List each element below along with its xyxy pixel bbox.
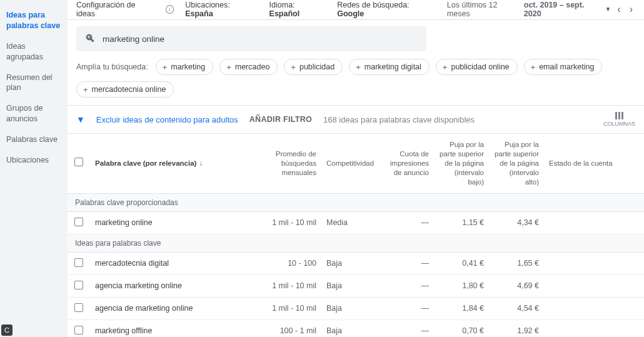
- sidebar-item-plan-overview[interactable]: Resumen del plan: [0, 68, 68, 99]
- cell-competition: Baja: [321, 297, 379, 319]
- col-bid-low[interactable]: Puja por la parte superior de la página …: [434, 134, 489, 193]
- cell-competition: Baja: [321, 319, 379, 337]
- broaden-chip[interactable]: +mercadeo: [219, 59, 278, 75]
- cell-bid-high: 4,34 €: [489, 211, 544, 234]
- cell-share: —: [379, 252, 434, 274]
- language-group[interactable]: Idioma: Español: [269, 1, 326, 18]
- exclude-adult-link[interactable]: Excluir ideas de contenido para adultos: [96, 115, 238, 124]
- dropdown-icon[interactable]: ▼: [605, 6, 611, 13]
- cell-avg: 1 mil - 10 mil: [253, 274, 321, 297]
- corner-badge[interactable]: C: [1, 324, 13, 336]
- cell-bid-high: 1,92 €: [489, 319, 544, 337]
- plus-icon: +: [531, 63, 536, 71]
- cell-share: —: [379, 211, 434, 234]
- table-row: mercadotecnia digital10 - 100Baja—0,41 €…: [68, 252, 644, 274]
- broaden-chip[interactable]: +email marketing: [524, 59, 603, 75]
- cell-bid-low: 1,84 €: [434, 297, 489, 319]
- sidebar-item-keywords[interactable]: Palabras clave: [0, 129, 68, 150]
- sidebar: Ideas para palabras clave Ideas agrupada…: [0, 0, 68, 337]
- broaden-chip[interactable]: +publicidad online: [436, 59, 518, 75]
- select-all-checkbox[interactable]: [74, 158, 83, 166]
- broaden-row: Amplía tu búsqueda: +marketing+mercadeo+…: [68, 55, 644, 105]
- search-input[interactable]: 🔍︎ marketing online: [76, 26, 426, 51]
- sidebar-item-keyword-ideas[interactable]: Ideas para palabras clave: [0, 5, 68, 36]
- cell-keyword: mercadotecnia digital: [90, 252, 253, 274]
- prev-period-button[interactable]: ‹: [615, 4, 623, 15]
- columns-icon: [615, 112, 623, 119]
- cell-keyword: agencia marketing online: [90, 274, 253, 297]
- cell-bid-high: 4,54 €: [489, 297, 544, 319]
- add-filter-button[interactable]: AÑADIR FILTRO: [249, 115, 312, 124]
- topbar: Configuración de ideas i Ubicaciones: Es…: [68, 0, 644, 20]
- filter-row: ▼ Excluir ideas de contenido para adulto…: [68, 105, 644, 134]
- cell-bid-low: 1,15 €: [434, 211, 489, 234]
- col-account-status[interactable]: Estado de la cuenta: [544, 134, 644, 193]
- col-avg-searches[interactable]: Promedio de búsquedas mensuales: [253, 134, 321, 193]
- section-header: Ideas para palabras clave: [68, 234, 644, 252]
- cell-account: [544, 319, 644, 337]
- cell-bid-low: 1,80 €: [434, 274, 489, 297]
- next-period-button[interactable]: ›: [627, 4, 635, 15]
- cell-account: [544, 211, 644, 234]
- cell-avg: 10 - 100: [253, 252, 321, 274]
- searchbar-wrap: 🔍︎ marketing online: [68, 20, 644, 55]
- info-icon[interactable]: i: [166, 5, 174, 14]
- col-competition[interactable]: Competitividad: [321, 134, 379, 193]
- networks-group[interactable]: Redes de búsqueda: Google: [337, 1, 436, 18]
- plus-icon: +: [356, 63, 361, 71]
- broaden-chip[interactable]: +publicidad: [284, 59, 343, 75]
- col-bid-high[interactable]: Puja por la parte superior de la página …: [489, 134, 544, 193]
- cell-avg: 1 mil - 10 mil: [253, 297, 321, 319]
- cell-account: [544, 297, 644, 319]
- filter-icon[interactable]: ▼: [76, 114, 85, 124]
- cell-bid-low: 0,41 €: [434, 252, 489, 274]
- table-row: marketing online1 mil - 10 milMedia—1,15…: [68, 211, 644, 234]
- plus-icon: +: [291, 63, 296, 71]
- cell-share: —: [379, 319, 434, 337]
- cell-avg: 100 - 1 mil: [253, 319, 321, 337]
- broaden-chip[interactable]: +marketing digital: [349, 59, 430, 75]
- cell-avg: 1 mil - 10 mil: [253, 211, 321, 234]
- main-content: Configuración de ideas i Ubicaciones: Es…: [68, 0, 644, 337]
- cell-keyword: agencia de marketing online: [90, 297, 253, 319]
- cell-share: —: [379, 274, 434, 297]
- row-checkbox[interactable]: [74, 281, 83, 289]
- cell-keyword: marketing offline: [90, 319, 253, 337]
- config-label: Configuración de ideas: [76, 1, 154, 18]
- sidebar-item-ad-groups[interactable]: Grupos de anuncios: [0, 98, 68, 129]
- row-checkbox[interactable]: [74, 326, 83, 334]
- ideas-count: 168 ideas para palabras clave disponible…: [323, 115, 475, 124]
- row-checkbox[interactable]: [74, 258, 83, 267]
- row-checkbox[interactable]: [74, 218, 83, 226]
- search-query: marketing online: [103, 34, 164, 44]
- cell-bid-high: 1,65 €: [489, 252, 544, 274]
- sidebar-item-locations[interactable]: Ubicaciones: [0, 150, 68, 171]
- broaden-chip[interactable]: +marketing: [156, 59, 213, 75]
- plus-icon: +: [163, 63, 168, 71]
- cell-competition: Baja: [321, 252, 379, 274]
- broaden-chip[interactable]: +mercadotecnia online: [76, 81, 174, 98]
- cell-bid-high: 4,69 €: [489, 274, 544, 297]
- cell-share: —: [379, 297, 434, 319]
- table-row: marketing offline100 - 1 milBaja—0,70 €1…: [68, 319, 644, 337]
- cell-keyword: marketing online: [90, 211, 253, 234]
- sidebar-item-grouped-ideas[interactable]: Ideas agrupadas: [0, 36, 68, 68]
- row-checkbox[interactable]: [74, 303, 83, 312]
- cell-account: [544, 274, 644, 297]
- keyword-table: Palabra clave (por relevancia)↓ Promedio…: [68, 134, 644, 337]
- sort-arrow-icon: ↓: [199, 159, 203, 167]
- cell-account: [544, 252, 644, 274]
- plus-icon: +: [443, 63, 448, 71]
- columns-button[interactable]: COLUMNAS: [603, 112, 635, 127]
- section-header: Palabras clave proporcionadas: [68, 193, 644, 211]
- broaden-label: Amplía tu búsqueda:: [76, 63, 148, 71]
- plus-icon: +: [226, 63, 231, 71]
- search-icon: 🔍︎: [85, 33, 95, 44]
- locations-group[interactable]: Ubicaciones: España: [185, 1, 258, 18]
- col-impression-share[interactable]: Cuota de impresiones de anuncio: [379, 134, 434, 193]
- table-row: agencia marketing online1 mil - 10 milBa…: [68, 274, 644, 297]
- daterange-value[interactable]: oct. 2019 – sept. 2020: [524, 1, 601, 18]
- table-row: agencia de marketing online1 mil - 10 mi…: [68, 297, 644, 319]
- col-keyword[interactable]: Palabra clave (por relevancia)↓: [90, 134, 253, 193]
- cell-bid-low: 0,70 €: [434, 319, 489, 337]
